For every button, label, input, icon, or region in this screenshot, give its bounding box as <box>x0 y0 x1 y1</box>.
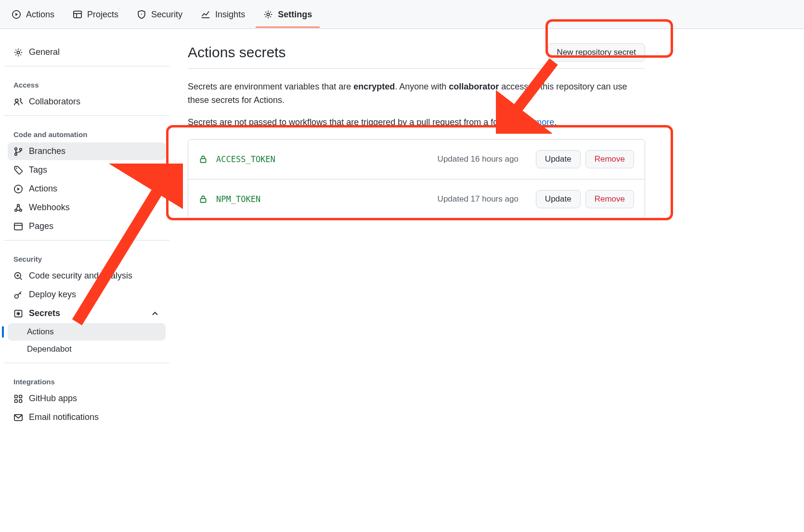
svg-point-11 <box>15 209 17 211</box>
tab-label: Actions <box>26 10 54 20</box>
svg-point-3 <box>267 13 270 16</box>
secret-updated: Updated 17 hours ago <box>438 194 519 204</box>
sidebar-label: Actions <box>27 327 54 336</box>
sidebar-label: Secrets <box>29 308 60 318</box>
svg-rect-21 <box>19 399 22 402</box>
sidebar-label: Webhooks <box>29 203 70 213</box>
sidebar-label: Code security and analysis <box>29 271 132 281</box>
sidebar-item-tags[interactable]: Tags <box>8 161 166 179</box>
chevron-up-icon <box>150 309 160 318</box>
text: Secrets are not passed to workflows that… <box>188 117 510 127</box>
svg-point-2 <box>141 13 142 14</box>
tab-label: Security <box>151 10 182 20</box>
svg-rect-18 <box>15 395 18 398</box>
sidebar-item-pages[interactable]: Pages <box>8 217 166 235</box>
secret-updated: Updated 16 hours ago <box>438 154 519 164</box>
svg-rect-19 <box>19 395 22 398</box>
settings-sidebar: General Access Collaborators Code and au… <box>0 29 173 441</box>
graph-icon <box>201 10 210 19</box>
page-title: Actions secrets <box>188 44 285 61</box>
play-circle-icon <box>13 184 23 194</box>
tab-settings[interactable]: Settings <box>256 1 320 28</box>
secrets-list: ACCESS_TOKEN Updated 16 hours ago Update… <box>188 139 645 219</box>
learn-more-link[interactable]: Learn more <box>510 117 554 127</box>
browser-icon <box>13 222 23 231</box>
sidebar-item-branches[interactable]: Branches <box>8 142 166 160</box>
sidebar-label: Branches <box>29 146 65 156</box>
svg-point-6 <box>15 148 17 150</box>
tab-insights[interactable]: Insights <box>193 1 253 28</box>
page-header: Actions secrets New repository secret <box>188 43 645 69</box>
sidebar-label: General <box>29 47 60 57</box>
branch-icon <box>13 147 23 156</box>
svg-point-9 <box>16 167 17 169</box>
sidebar-item-webhooks[interactable]: Webhooks <box>8 199 166 216</box>
lock-icon <box>199 195 207 203</box>
divider <box>4 115 169 116</box>
sidebar-section-code: Code and automation <box>4 121 169 141</box>
sidebar-label: GitHub apps <box>29 393 77 404</box>
svg-point-12 <box>20 209 22 211</box>
repo-tabs: Actions Projects Security Insights Setti… <box>0 0 804 29</box>
gear-icon <box>263 10 273 19</box>
tab-security[interactable]: Security <box>129 1 190 28</box>
mail-icon <box>13 413 23 422</box>
sidebar-item-secrets[interactable]: Secrets <box>8 304 166 322</box>
svg-rect-23 <box>200 159 206 163</box>
apps-icon <box>13 394 23 404</box>
sidebar-item-email[interactable]: Email notifications <box>8 408 166 426</box>
tab-label: Insights <box>215 10 245 20</box>
tab-label: Settings <box>278 10 312 20</box>
shield-icon <box>137 10 146 19</box>
secret-row: ACCESS_TOKEN Updated 16 hours ago Update… <box>188 139 645 179</box>
play-circle-icon <box>12 10 21 19</box>
key-asterisk-icon <box>13 309 23 318</box>
sidebar-sub-secrets-actions[interactable]: Actions <box>8 323 166 341</box>
text-strong: encrypted <box>353 82 395 91</box>
divider <box>4 66 169 66</box>
sidebar-label: Tags <box>29 165 47 175</box>
sidebar-item-actions[interactable]: Actions <box>8 180 166 198</box>
svg-point-4 <box>17 51 20 54</box>
sidebar-item-general[interactable]: General <box>8 43 166 61</box>
svg-rect-14 <box>14 223 22 230</box>
remove-secret-button[interactable]: Remove <box>585 190 634 208</box>
description-1: Secrets are environment variables that a… <box>188 80 645 107</box>
sidebar-item-deploykeys[interactable]: Deploy keys <box>8 286 166 304</box>
sidebar-item-ghapps[interactable]: GitHub apps <box>8 390 166 407</box>
svg-point-13 <box>17 204 20 206</box>
secret-name[interactable]: ACCESS_TOKEN <box>216 154 275 164</box>
table-icon <box>73 10 82 19</box>
sidebar-label: Actions <box>29 184 57 194</box>
lock-icon <box>199 155 207 164</box>
tab-label: Projects <box>87 10 118 20</box>
svg-point-7 <box>15 153 17 155</box>
sidebar-label: Pages <box>29 221 53 231</box>
sidebar-label: Email notifications <box>29 412 99 422</box>
svg-rect-1 <box>74 11 81 18</box>
new-repository-secret-button[interactable]: New repository secret <box>548 43 645 62</box>
divider <box>4 240 169 241</box>
svg-rect-24 <box>200 199 206 203</box>
divider <box>4 363 169 363</box>
tab-projects[interactable]: Projects <box>65 1 126 28</box>
tab-actions[interactable]: Actions <box>4 1 62 28</box>
secret-name[interactable]: NPM_TOKEN <box>216 194 260 204</box>
sidebar-section-integrations: Integrations <box>4 368 169 389</box>
tag-icon <box>13 165 23 175</box>
sidebar-sub-secrets-dependabot[interactable]: Dependabot <box>8 341 166 358</box>
update-secret-button[interactable]: Update <box>536 150 581 168</box>
secret-row: NPM_TOKEN Updated 17 hours ago Update Re… <box>188 179 645 219</box>
people-icon <box>13 97 23 107</box>
description-2: Secrets are not passed to workflows that… <box>188 116 645 129</box>
sidebar-item-codesec[interactable]: Code security and analysis <box>8 267 166 285</box>
sidebar-item-collaborators[interactable]: Collaborators <box>8 93 166 111</box>
webhook-icon <box>13 203 23 213</box>
svg-rect-20 <box>15 399 18 402</box>
svg-point-5 <box>15 99 18 101</box>
sidebar-label: Dependabot <box>27 344 72 354</box>
svg-point-8 <box>20 148 22 151</box>
text: . Anyone with <box>395 82 449 91</box>
update-secret-button[interactable]: Update <box>536 190 581 208</box>
remove-secret-button[interactable]: Remove <box>585 150 634 168</box>
